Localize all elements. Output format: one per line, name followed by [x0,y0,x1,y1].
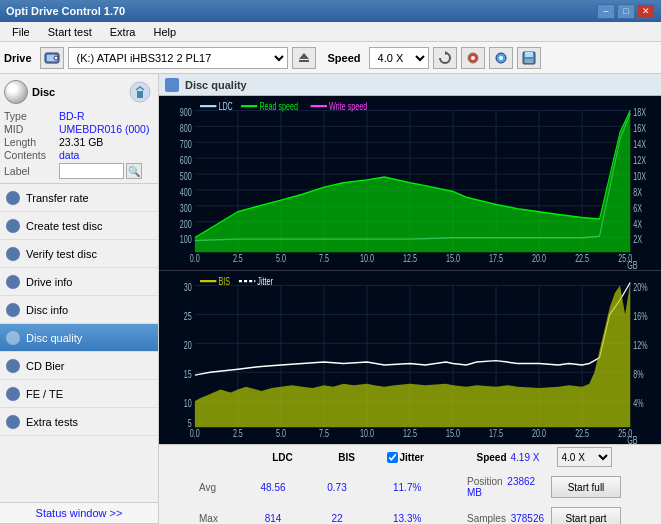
content-header-icon [165,78,179,92]
jitter-max: 13.3% [377,513,467,524]
svg-point-7 [471,56,475,60]
maximize-button[interactable]: □ [617,4,635,19]
type-value: BD-R [59,110,85,122]
jitter-checkbox[interactable] [387,452,398,463]
titlebar: Opti Drive Control 1.70 – □ ✕ [0,0,661,22]
svg-text:0.0: 0.0 [190,253,200,265]
nav-disc-info[interactable]: Disc info [0,296,158,324]
bis-avg: 0.73 [307,482,367,493]
svg-text:600: 600 [180,155,192,167]
nav-create-test-disc[interactable]: Create test disc [0,212,158,240]
close-button[interactable]: ✕ [637,4,655,19]
svg-text:12%: 12% [633,339,648,351]
menu-start-test[interactable]: Start test [40,24,100,40]
refresh-button[interactable] [433,47,457,69]
svg-text:30: 30 [184,282,192,294]
svg-text:20: 20 [184,339,192,351]
label-btn[interactable]: 🔍 [126,163,142,179]
svg-text:4%: 4% [633,397,644,409]
svg-text:900: 900 [180,107,192,119]
chart1-svg: 900 800 700 600 500 400 300 200 100 18X … [159,96,661,270]
save-button[interactable] [517,47,541,69]
svg-text:Write speed: Write speed [329,101,367,113]
svg-text:12.5: 12.5 [403,428,417,440]
charts-area: 900 800 700 600 500 400 300 200 100 18X … [159,96,661,444]
cd-bier-icon [6,359,20,373]
svg-text:17.5: 17.5 [489,253,503,265]
svg-text:500: 500 [180,171,192,183]
start-part-button[interactable]: Start part [551,507,621,524]
svg-text:5.0: 5.0 [276,428,286,440]
disc-quality-icon [6,331,20,345]
app-title: Opti Drive Control 1.70 [6,5,597,17]
minimize-button[interactable]: – [597,4,615,19]
write-button[interactable] [489,47,513,69]
nav-disc-quality[interactable]: Disc quality [0,324,158,352]
svg-text:10.0: 10.0 [360,428,374,440]
svg-text:8%: 8% [633,368,644,380]
ldc-avg: 48.56 [239,482,307,493]
svg-text:7.5: 7.5 [319,428,329,440]
disc-title: Disc [32,86,55,98]
speed-select[interactable]: 4.0 X [369,47,429,69]
svg-text:16%: 16% [633,310,648,322]
drive-info-icon [6,275,20,289]
svg-text:10: 10 [184,397,192,409]
samples-val: 378526 [511,513,544,524]
menubar: File Start test Extra Help [0,22,661,42]
speed-select-stats[interactable]: 4.0 X [557,447,612,467]
menu-help[interactable]: Help [145,24,184,40]
nav-transfer-rate[interactable]: Transfer rate [0,184,158,212]
svg-text:15.0: 15.0 [446,428,460,440]
nav-drive-info[interactable]: Drive info [0,268,158,296]
drive-select[interactable]: (K:) ATAPI iHBS312 2 PL17 [68,47,288,69]
ldc-header: LDC [249,452,317,463]
svg-text:18X: 18X [633,107,646,119]
label-input[interactable] [59,163,124,179]
jitter-header: Jitter [400,452,424,463]
content-header: Disc quality [159,74,661,96]
disc-button[interactable] [461,47,485,69]
svg-text:700: 700 [180,139,192,151]
content-area: Disc quality [159,74,661,524]
start-full-button[interactable]: Start full [551,476,621,498]
svg-text:Jitter: Jitter [257,276,273,288]
disc-info-icon [6,303,20,317]
eject-button[interactable] [292,47,316,69]
nav-verify-test-disc[interactable]: Verify test disc [0,240,158,268]
extra-tests-icon [6,415,20,429]
ldc-max: 814 [239,513,307,524]
status-window-link[interactable]: Status window >> [0,502,158,524]
svg-text:100: 100 [180,234,192,246]
svg-text:200: 200 [180,218,192,230]
nav-cd-bier[interactable]: CD Bier [0,352,158,380]
sidebar: Disc Type BD-R MID UMEBDR016 (000) Lengt… [0,74,159,524]
disc-icon [4,80,28,104]
fe-te-icon [6,387,20,401]
svg-text:2.5: 2.5 [233,253,243,265]
svg-text:2X: 2X [633,234,642,246]
svg-text:800: 800 [180,123,192,135]
nav-fe-te[interactable]: FE / TE [0,380,158,408]
menu-file[interactable]: File [4,24,38,40]
svg-text:400: 400 [180,187,192,199]
length-value: 23.31 GB [59,136,103,148]
max-label: Max [199,513,239,524]
length-label: Length [4,136,59,148]
svg-text:GB: GB [627,260,637,269]
toolbar: Drive (K:) ATAPI iHBS312 2 PL17 Speed 4.… [0,42,661,74]
drive-icon-btn[interactable] [40,47,64,69]
svg-text:14X: 14X [633,139,646,151]
create-disc-icon [6,219,20,233]
menu-extra[interactable]: Extra [102,24,144,40]
mid-label: MID [4,123,59,135]
svg-text:25: 25 [184,310,192,322]
nav-extra-tests[interactable]: Extra tests [0,408,158,436]
svg-text:6X: 6X [633,202,642,214]
transfer-rate-icon [6,191,20,205]
svg-text:20.0: 20.0 [532,253,546,265]
svg-rect-12 [525,59,533,63]
svg-text:20.0: 20.0 [532,428,546,440]
svg-marker-3 [299,53,309,59]
svg-text:2.5: 2.5 [233,428,243,440]
